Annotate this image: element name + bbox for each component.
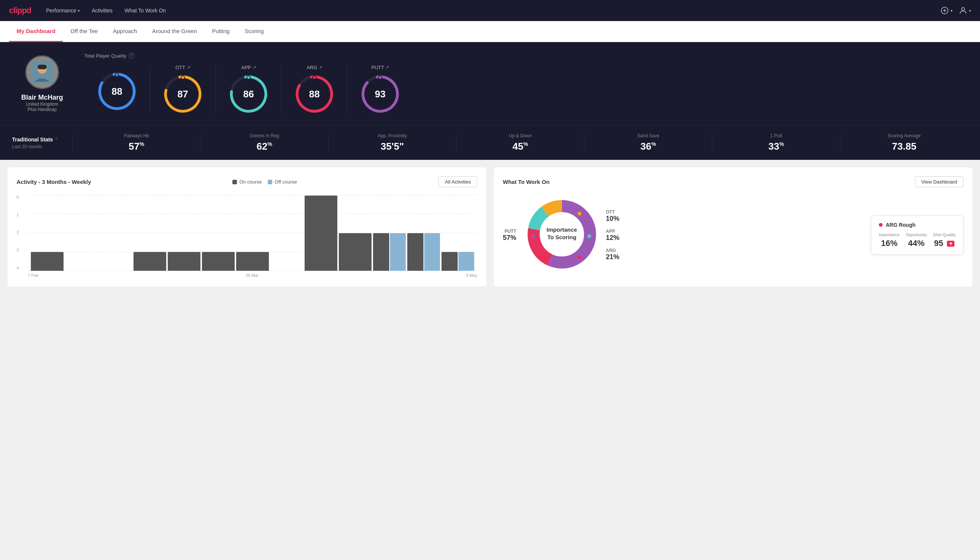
stat-name: Greens In Reg <box>206 133 322 138</box>
tab-my-dashboard[interactable]: My Dashboard <box>9 21 63 42</box>
stat-name: Up & Down <box>463 133 578 138</box>
legend-on-course: On course <box>232 179 262 185</box>
chevron-down-icon: ▾ <box>969 8 971 13</box>
bottom-section: Activity - 3 Months - Weekly On course O… <box>0 160 980 294</box>
bar-group <box>339 233 371 271</box>
user-button[interactable]: ▾ <box>958 6 971 15</box>
svg-rect-6 <box>38 65 47 69</box>
donut-label-arg: ARG 21% <box>606 248 619 261</box>
app-logo: clippd <box>9 6 31 15</box>
bar-group <box>236 252 269 271</box>
bars-container <box>28 195 477 271</box>
work-card-header: What To Work On View Dashboard <box>503 177 963 187</box>
gauge-ott: OTT ↗ 87 <box>150 65 216 115</box>
bar-group <box>407 233 440 271</box>
x-axis-labels: 7 Feb 28 Mar 9 May <box>28 273 477 278</box>
on-course-bar <box>304 195 337 271</box>
stat-value: 35'5" <box>335 141 450 152</box>
all-activities-button[interactable]: All Activities <box>438 177 477 187</box>
gauge-putt: PUTT ↗ 93 <box>348 65 413 115</box>
stats-bar: Traditional Stats ? Last 20 rounds Fairw… <box>0 125 980 160</box>
stat-greens-in-reg: Greens In Reg 62% <box>200 133 328 152</box>
bar-group <box>133 252 166 271</box>
stats-label-section: Traditional Stats ? Last 20 rounds <box>12 137 72 149</box>
donut-label-ott: OTT 10% <box>606 210 619 223</box>
stat-name: Fairways Hit <box>78 133 194 138</box>
metric-label: Importance <box>879 232 900 237</box>
on-course-bar <box>168 252 200 271</box>
tab-scoring[interactable]: Scoring <box>237 21 271 42</box>
help-icon[interactable]: ? <box>129 53 135 59</box>
svg-point-25 <box>378 76 382 79</box>
nav-performance[interactable]: Performance ▾ <box>46 8 80 13</box>
metric-value: 16% <box>879 238 900 248</box>
arrow-icon: ↗ <box>319 65 322 70</box>
top-nav: clippd Performance ▾ Activities What To … <box>0 0 980 21</box>
gauges-container: 88 OTT ↗ 87 APP ↗ <box>84 65 968 115</box>
stat-items: Fairways Hit 57% Greens In Reg 62% App. … <box>72 133 968 152</box>
info-popup: ARG Rough Importance 16% Opportunity 44%… <box>871 215 963 255</box>
donut-label-app: APP 12% <box>606 229 619 242</box>
chevron-down-icon: ▾ <box>951 8 953 13</box>
hero-section: Blair McHarg United Kingdom Plus Handica… <box>0 42 980 125</box>
bar-group <box>441 252 474 271</box>
player-handicap: Plus Handicap <box>27 107 57 112</box>
quality-title: Total Player Quality ? <box>84 53 968 59</box>
tab-approach[interactable]: Approach <box>105 21 145 42</box>
tab-putting[interactable]: Putting <box>205 21 237 42</box>
nav-what-to-work-on[interactable]: What To Work On <box>125 8 166 13</box>
svg-point-33 <box>577 255 581 259</box>
svg-point-34 <box>587 234 591 238</box>
gauge-arg: ARG ↗ 88 <box>282 65 348 115</box>
on-course-bar <box>202 252 235 271</box>
bar-group <box>304 195 337 271</box>
work-card-title: What To Work On <box>503 178 549 185</box>
chevron-down-icon: ▾ <box>78 8 80 13</box>
svg-point-17 <box>247 76 250 79</box>
svg-point-35 <box>577 212 581 215</box>
on-course-bar <box>339 233 371 271</box>
add-button[interactable]: ▾ <box>940 6 953 15</box>
metric-value: 44% <box>905 238 927 248</box>
tab-around-the-green[interactable]: Around the Green <box>145 21 204 42</box>
info-dot <box>879 223 883 227</box>
off-course-bar <box>458 252 474 271</box>
activity-card: Activity - 3 Months - Weekly On course O… <box>8 167 486 287</box>
donut-label-putt: PUTT 57% <box>503 229 516 242</box>
arrow-icon: ↗ <box>253 65 256 70</box>
player-info: Blair McHarg United Kingdom Plus Handica… <box>12 55 72 112</box>
badge: ▼ <box>947 241 954 247</box>
bar-group <box>202 252 235 271</box>
player-name: Blair McHarg <box>21 93 63 102</box>
bar-group <box>168 252 200 271</box>
tab-off-the-tee[interactable]: Off the Tee <box>63 21 105 42</box>
quality-section: Total Player Quality ? 88 OTT <box>84 53 968 115</box>
arrow-icon: ↗ <box>386 65 389 70</box>
on-course-bar <box>133 252 166 271</box>
stat-name: App. Proximity <box>335 133 450 138</box>
view-dashboard-button[interactable]: View Dashboard <box>915 177 963 187</box>
info-metric-opportunity: Opportunity 44% <box>905 232 927 248</box>
tab-bar: My Dashboard Off the Tee Approach Around… <box>0 21 980 42</box>
nav-links: Performance ▾ Activities What To Work On <box>46 8 940 13</box>
svg-point-13 <box>181 76 184 79</box>
svg-text:93: 93 <box>375 89 386 99</box>
stat-value: 73.85 <box>847 141 962 152</box>
on-course-bar <box>236 252 269 271</box>
chart-area: 4 3 2 1 0 <box>17 195 477 271</box>
gauge-label-app: APP ↗ <box>241 65 256 70</box>
svg-text:87: 87 <box>178 89 188 99</box>
off-course-bar <box>424 233 440 271</box>
on-course-bar <box>407 233 423 271</box>
stat-name: Sand Save <box>591 133 706 138</box>
stat-scoring-average: Scoring Average 73.85 <box>840 133 968 152</box>
help-icon[interactable]: ? <box>55 137 60 142</box>
stat-value: 57% <box>78 141 194 152</box>
gauge-label-ott: OTT ↗ <box>176 65 190 70</box>
nav-activities[interactable]: Activities <box>92 8 112 13</box>
bar-chart: 4 3 2 1 0 7 Feb <box>17 195 477 278</box>
stats-rounds: Last 20 rounds <box>12 144 72 149</box>
stat-value: 36% <box>591 141 706 152</box>
stat-name: Scoring Average <box>847 133 962 138</box>
stat-1-putt: 1 Putt 33% <box>712 133 840 152</box>
